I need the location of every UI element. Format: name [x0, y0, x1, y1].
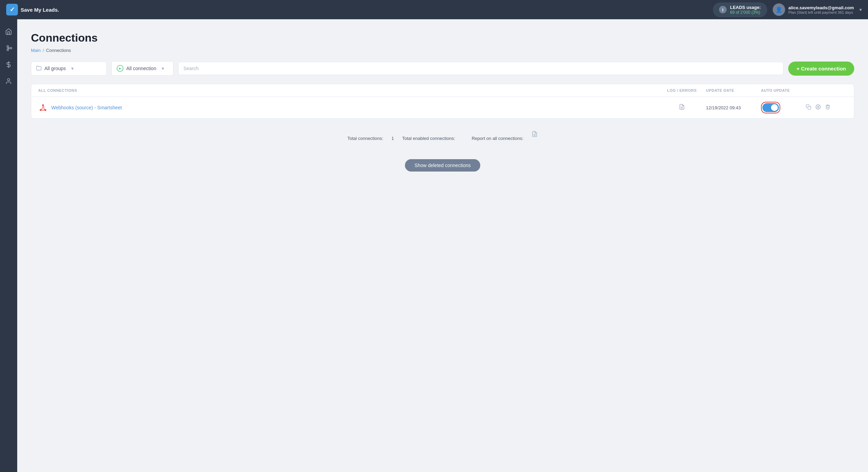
connections-footer: Total connections: 1 Total enabled conne…	[31, 125, 854, 151]
main-layout: Connections Main / Connections All group…	[0, 19, 868, 472]
user-email: alice.savemyleads@gmail.com	[789, 5, 854, 10]
top-navigation: ✓ Save My Leads. i LEADS usage: 69 of 2'…	[0, 0, 868, 19]
auto-update-cell	[761, 102, 806, 113]
folder-icon	[36, 65, 42, 72]
row-actions	[806, 104, 847, 111]
main-content: Connections Main / Connections All group…	[17, 19, 868, 472]
all-connection-dropdown[interactable]: ▶ All connection ▾	[111, 61, 173, 76]
svg-point-7	[45, 109, 46, 111]
breadcrumb: Main / Connections	[31, 48, 854, 53]
leads-title: LEADS usage:	[730, 5, 761, 10]
all-groups-chevron: ▾	[71, 66, 74, 71]
sidebar-item-home[interactable]	[2, 25, 15, 39]
logo-icon: ✓	[6, 4, 18, 15]
auto-update-toggle[interactable]	[762, 103, 779, 112]
breadcrumb-current: Connections	[46, 48, 71, 53]
info-icon: i	[719, 6, 727, 13]
log-cell	[658, 104, 706, 112]
user-menu[interactable]: 👤 alice.savemyleads@gmail.com Plan |Star…	[773, 3, 862, 16]
log-document-icon[interactable]	[679, 104, 685, 112]
play-icon: ▶	[117, 65, 124, 72]
header-connections: ALL CONNECTIONS	[38, 88, 658, 92]
toggle-outline	[761, 102, 780, 113]
svg-point-6	[42, 105, 44, 106]
connection-name-text: Webhooks (source) - Smartsheet	[51, 105, 122, 110]
breadcrumb-separator: /	[43, 48, 44, 53]
update-date: 12/19/2022 09:43	[706, 105, 761, 110]
header-log: LOG / ERRORS	[658, 88, 706, 92]
avatar: 👤	[773, 3, 785, 16]
sidebar	[0, 19, 17, 472]
webhook-icon	[38, 103, 48, 112]
toggle-wrap	[761, 102, 806, 113]
toolbar: All groups ▾ ▶ All connection ▾ + Create…	[31, 61, 854, 76]
chevron-down-icon: ▾	[859, 7, 862, 12]
all-groups-label: All groups	[44, 66, 66, 71]
logo-text: Save My Leads.	[21, 7, 59, 13]
svg-point-5	[40, 109, 42, 111]
create-connection-button[interactable]: + Create connection	[788, 62, 854, 76]
report-label: Report on all connections:	[472, 136, 523, 141]
svg-rect-10	[808, 106, 811, 109]
leads-usage-widget[interactable]: i LEADS usage: 69 of 2'000 (3%)	[713, 2, 767, 17]
user-plan: Plan |Start| left until payment 361 days	[789, 10, 854, 14]
breadcrumb-main[interactable]: Main	[31, 48, 41, 53]
report-icon[interactable]	[532, 128, 538, 140]
search-wrap	[178, 62, 783, 75]
connections-table: ALL CONNECTIONS LOG / ERRORS UPDATE DATE…	[31, 84, 854, 119]
sidebar-item-account[interactable]	[2, 74, 15, 88]
total-connections-value: 1	[392, 136, 394, 141]
all-connection-label: All connection	[126, 66, 156, 71]
header-update-date: UPDATE DATE	[706, 88, 761, 92]
header-auto-update: AUTO UPDATE	[761, 88, 806, 92]
table-row: Webhooks (source) - Smartsheet 12/19/202…	[31, 97, 854, 118]
settings-icon[interactable]	[815, 104, 821, 111]
svg-point-4	[8, 79, 10, 81]
svg-point-11	[817, 106, 819, 108]
svg-point-2	[10, 47, 12, 49]
logo-check: ✓	[10, 6, 15, 13]
leads-usage-text: LEADS usage: 69 of 2'000 (3%)	[730, 5, 761, 15]
leads-count: 69 of 2'000 (3%)	[730, 10, 761, 15]
duplicate-icon[interactable]	[806, 104, 811, 111]
sidebar-item-connections[interactable]	[2, 41, 15, 55]
user-info: alice.savemyleads@gmail.com Plan |Start|…	[789, 5, 854, 14]
all-connection-chevron: ▾	[162, 66, 164, 71]
search-input[interactable]	[178, 62, 783, 75]
logo: ✓ Save My Leads.	[6, 4, 707, 15]
leads-count-value: 69 of 2'000 (3%)	[730, 10, 760, 15]
table-header: ALL CONNECTIONS LOG / ERRORS UPDATE DATE…	[31, 84, 854, 97]
delete-icon[interactable]	[825, 104, 831, 111]
sidebar-item-billing[interactable]	[2, 58, 15, 72]
total-enabled-label: Total enabled connections:	[402, 136, 455, 141]
total-connections-label: Total connections:	[347, 136, 383, 141]
all-groups-dropdown[interactable]: All groups ▾	[31, 62, 107, 76]
connection-name[interactable]: Webhooks (source) - Smartsheet	[38, 103, 658, 112]
page-title: Connections	[31, 32, 854, 44]
toggle-knob	[771, 104, 778, 111]
header-actions	[806, 88, 847, 92]
show-deleted-button[interactable]: Show deleted connections	[405, 159, 480, 172]
